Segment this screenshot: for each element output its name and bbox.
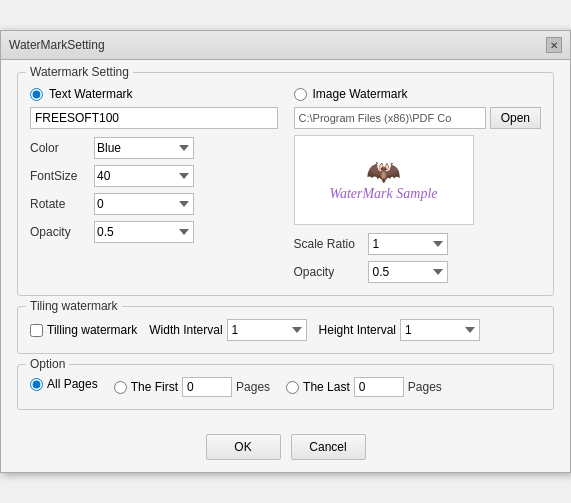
preview-content: 🦇 WaterMark Sample [330,158,438,202]
rotate-select[interactable]: 0 45 90 135 180 [94,193,194,215]
first-pages-suffix: Pages [236,380,270,394]
watermark-columns: Text Watermark Color Blue Red Black Gree… [30,87,541,283]
fontsize-row: FontSize 40 20 30 50 60 [30,165,278,187]
image-path-row: Open [294,107,542,129]
open-button[interactable]: Open [490,107,541,129]
height-interval-group: Height Interval 1 2 3 4 5 [319,319,480,341]
dialog-footer: OK Cancel [1,430,570,472]
last-pages-suffix: Pages [408,380,442,394]
watermark-section: Watermark Setting Text Watermark Color B… [17,72,554,296]
ok-button[interactable]: OK [206,434,281,460]
image-watermark-label[interactable]: Image Watermark [313,87,408,101]
opacity-left-select[interactable]: 0.5 0.1 0.2 0.3 0.4 0.6 0.7 0.8 0.9 1.0 [94,221,194,243]
width-interval-select[interactable]: 1 2 3 4 5 [227,319,307,341]
fontsize-select[interactable]: 40 20 30 50 60 [94,165,194,187]
image-watermark-radio[interactable] [294,88,307,101]
watermark-section-title: Watermark Setting [26,65,133,79]
color-row: Color Blue Red Black Green [30,137,278,159]
text-watermark-radio[interactable] [30,88,43,101]
tiling-section: Tiling watermark Tilling watermark Width… [17,306,554,354]
height-interval-select[interactable]: 1 2 3 4 5 [400,319,480,341]
opacity-left-label: Opacity [30,225,90,239]
width-interval-group: Width Interval 1 2 3 4 5 [149,319,306,341]
last-pages-label: The Last [303,380,350,394]
fontsize-label: FontSize [30,169,90,183]
tiling-checkbox-text: Tilling watermark [47,323,137,337]
height-interval-label: Height Interval [319,323,396,337]
watermark-sample-text: WaterMark Sample [330,186,438,202]
watermark-preview: 🦇 WaterMark Sample [294,135,474,225]
last-pages-input[interactable] [354,377,404,397]
tiling-checkbox[interactable] [30,324,43,337]
left-column: Text Watermark Color Blue Red Black Gree… [30,87,278,283]
titlebar-title: WaterMarkSetting [9,38,105,52]
watermark-text-input[interactable] [30,107,278,129]
scale-ratio-row: Scale Ratio 1 0.5 1.5 2 [294,233,542,255]
option-section: Option All Pages The First Pages The Las… [17,364,554,410]
cancel-button[interactable]: Cancel [291,434,366,460]
image-watermark-radio-row: Image Watermark [294,87,542,101]
first-pages-input[interactable] [182,377,232,397]
text-watermark-label[interactable]: Text Watermark [49,87,133,101]
option-section-title: Option [26,357,69,371]
tiling-section-title: Tiling watermark [26,299,122,313]
opacity-right-label: Opacity [294,265,364,279]
last-pages-radio[interactable] [286,381,299,394]
last-pages-group: The Last Pages [286,377,442,397]
opacity-left-row: Opacity 0.5 0.1 0.2 0.3 0.4 0.6 0.7 0.8 … [30,221,278,243]
width-interval-label: Width Interval [149,323,222,337]
first-pages-label: The First [131,380,178,394]
dialog-body: Watermark Setting Text Watermark Color B… [1,60,570,430]
scale-ratio-select[interactable]: 1 0.5 1.5 2 [368,233,448,255]
all-pages-label[interactable]: All Pages [30,377,98,391]
titlebar: WaterMarkSetting ✕ [1,31,570,60]
rotate-label: Rotate [30,197,90,211]
opacity-right-select[interactable]: 0.5 0.1 0.2 0.3 0.4 0.6 0.7 0.8 0.9 1.0 [368,261,448,283]
opacity-right-row: Opacity 0.5 0.1 0.2 0.3 0.4 0.6 0.7 0.8 … [294,261,542,283]
image-path-input[interactable] [294,107,486,129]
scale-ratio-label: Scale Ratio [294,237,364,251]
rotate-row: Rotate 0 45 90 135 180 [30,193,278,215]
right-column: Image Watermark Open 🦇 WaterMark Sample [294,87,542,283]
option-row: All Pages The First Pages The Last Pages [30,377,541,397]
first-pages-group: The First Pages [114,377,270,397]
watermark-setting-dialog: WaterMarkSetting ✕ Watermark Setting Tex… [0,30,571,473]
text-watermark-radio-row: Text Watermark [30,87,278,101]
tiling-checkbox-label[interactable]: Tilling watermark [30,323,137,337]
close-button[interactable]: ✕ [546,37,562,53]
tiling-row: Tilling watermark Width Interval 1 2 3 4… [30,319,541,341]
all-pages-text: All Pages [47,377,98,391]
color-label: Color [30,141,90,155]
all-pages-radio[interactable] [30,378,43,391]
color-select[interactable]: Blue Red Black Green [94,137,194,159]
bat-icon: 🦇 [330,158,438,186]
first-pages-radio[interactable] [114,381,127,394]
